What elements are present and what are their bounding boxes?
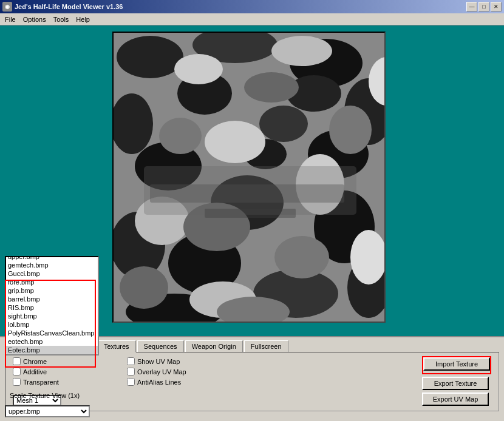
export-uv-map-button[interactable]: Export UV Map (422, 392, 489, 406)
svg-point-20 (271, 36, 332, 66)
show-uv-checkbox[interactable] (127, 357, 135, 365)
menu-options[interactable]: Options (19, 15, 50, 24)
checkboxes-col1: Chrome Additive Transparent (13, 357, 59, 388)
texture-list[interactable]: view_glove.bmp view_finger.bmp view_skin… (6, 257, 98, 354)
show-uv-label: Show UV Map (137, 358, 180, 365)
tab-content-area: Chrome Additive Transparent Show UV Map (5, 352, 499, 411)
texture-buttons: Import Texture Export Texture Export UV … (422, 356, 491, 408)
import-texture-button[interactable]: Import Texture (423, 357, 490, 371)
overlay-uv-checkbox[interactable] (127, 368, 135, 376)
svg-point-29 (329, 106, 372, 154)
svg-rect-35 (150, 184, 344, 203)
maximize-button[interactable]: □ (478, 2, 489, 12)
texture-item[interactable]: PolyRistasCanvasClean.bmp (6, 329, 98, 337)
overlay-uv-label: Overlay UV Map (137, 368, 186, 376)
menu-tools[interactable]: Tools (50, 15, 73, 24)
tab-sequences[interactable]: Sequences (137, 340, 184, 352)
texture-item[interactable]: Gucci.bmp (6, 269, 98, 278)
texture-item[interactable]: gemtech.bmp (6, 261, 98, 269)
texture-item[interactable]: sight.bmp (6, 312, 98, 320)
texture-item[interactable]: lol.bmp (6, 320, 98, 329)
scale-texture-label: Scale Texture View (1x) (10, 392, 80, 399)
checkboxes-col2: Show UV Map Overlay UV Map AntiAlias Lin… (127, 357, 186, 388)
transparent-label: Transparent (23, 379, 59, 386)
svg-point-28 (244, 72, 299, 103)
menu-help[interactable]: Help (72, 15, 94, 24)
svg-point-26 (350, 230, 386, 285)
app-icon: ◉ (2, 2, 12, 12)
additive-label: Additive (23, 368, 47, 376)
tab-textures[interactable]: Textures (97, 340, 136, 352)
antialias-label: AntiAlias Lines (137, 379, 181, 386)
texture-item[interactable]: Eotec.bmp (6, 346, 98, 354)
texture-item[interactable]: barrel.bmp (6, 295, 98, 303)
transparent-checkbox-row: Transparent (13, 378, 59, 386)
show-uv-checkbox-row: Show UV Map (127, 357, 186, 365)
texture-list-panel: view_glove.bmp view_finger.bmp view_skin… (5, 256, 99, 355)
svg-point-1 (117, 36, 183, 78)
texture-dropdown[interactable]: upper.bmp (5, 405, 90, 417)
close-button[interactable]: ✕ (491, 2, 502, 12)
overlay-uv-checkbox-row: Overlay UV Map (127, 368, 186, 376)
camo-display (114, 33, 386, 323)
menu-bar: File Options Tools Help (0, 13, 504, 25)
antialias-checkbox-row: AntiAlias Lines (127, 378, 186, 386)
title-bar-title: ◉ Jed's Half-Life Model Viewer v1.36 (2, 2, 123, 12)
import-texture-highlight: Import Texture (422, 356, 491, 374)
texture-item[interactable]: grip.bmp (6, 286, 98, 295)
additive-checkbox[interactable] (13, 368, 21, 376)
main-content: view_glove.bmp view_finger.bmp view_skin… (0, 25, 504, 421)
transparent-checkbox[interactable] (13, 378, 21, 386)
svg-point-32 (120, 266, 168, 309)
antialias-checkbox[interactable] (127, 378, 135, 386)
svg-point-31 (274, 236, 329, 278)
model-viewport (112, 32, 386, 323)
texture-item[interactable]: fore.bmp (6, 278, 98, 286)
svg-point-22 (205, 121, 265, 163)
svg-point-19 (174, 54, 223, 84)
minimize-button[interactable]: — (466, 2, 477, 12)
svg-point-6 (259, 106, 308, 142)
additive-checkbox-row: Additive (13, 368, 59, 376)
chrome-checkbox[interactable] (13, 357, 21, 365)
texture-item[interactable]: eotech.bmp (6, 337, 98, 346)
title-bar: ◉ Jed's Half-Life Model Viewer v1.36 — □… (0, 0, 504, 13)
export-texture-button[interactable]: Export Texture (422, 377, 489, 390)
tab-weapon-origin[interactable]: Weapon Origin (185, 340, 243, 352)
svg-point-27 (159, 118, 202, 154)
svg-rect-36 (205, 209, 296, 218)
texture-item[interactable]: RIS.bmp (6, 303, 98, 312)
tab-fullscreen[interactable]: Fullscreen (244, 340, 288, 352)
menu-file[interactable]: File (1, 15, 19, 24)
title-controls: — □ ✕ (466, 2, 502, 12)
chrome-checkbox-row: Chrome (13, 357, 59, 365)
chrome-label: Chrome (23, 358, 47, 365)
